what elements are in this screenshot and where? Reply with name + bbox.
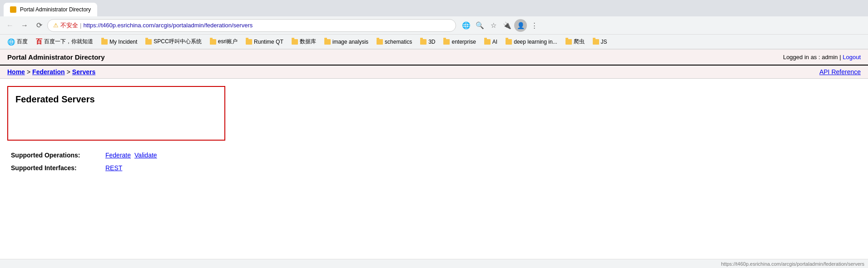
breadcrumb-servers[interactable]: Servers: [72, 68, 95, 76]
supported-interfaces-row: Supported Interfaces: REST: [11, 164, 857, 172]
bookmark-label-7: image analysis: [332, 39, 368, 45]
forward-button[interactable]: →: [18, 19, 31, 32]
globe-icon: 🌐: [7, 38, 15, 46]
baidu-icon: 百: [36, 38, 42, 46]
bookmark-crawler[interactable]: 爬虫: [562, 36, 588, 47]
bookmark-label-0: 百度: [17, 38, 28, 46]
bookmark-label-11: AI: [492, 39, 497, 45]
main-content: Federated Servers: [0, 79, 868, 148]
bookmark-3d[interactable]: 3D: [417, 37, 439, 46]
bookmark-label-6: 数据库: [300, 38, 316, 46]
address-url: https://t460p.esrichina.com/arcgis/porta…: [83, 22, 253, 29]
bookmark-label-8: schematics: [385, 39, 412, 45]
supported-operations-row: Supported Operations: Federate Validate: [11, 152, 857, 159]
bookmark-label-13: 爬虫: [574, 38, 585, 46]
insecure-label: 不安全: [60, 21, 78, 30]
bookmark-baidu-globe[interactable]: 🌐 百度: [4, 36, 31, 47]
api-reference-link[interactable]: API Reference: [819, 68, 861, 76]
folder-icon-11: [484, 39, 491, 45]
reload-button[interactable]: ⟳: [33, 19, 45, 32]
supported-interfaces-label: Supported Interfaces:: [11, 164, 102, 172]
status-bar: https://t460p.esrichina.com/arcgis/porta…: [0, 259, 868, 268]
bookmark-label-14: JS: [601, 39, 607, 45]
folder-icon-5: [246, 39, 252, 45]
header-right: Logged in as : admin | Logout: [783, 54, 861, 61]
nav-icons: 🌐 🔍 ☆ 🔌 👤 ⋮: [460, 19, 541, 32]
bookmark-deep-learning[interactable]: deep learning in...: [502, 37, 560, 46]
bookmark-label-3: SPCC呼叫中心系统: [154, 38, 201, 46]
bookmark-spcc[interactable]: SPCC呼叫中心系统: [142, 36, 205, 47]
breadcrumb-bar: Home > Federation > Servers API Referenc…: [0, 66, 868, 79]
translate-button[interactable]: 🌐: [460, 19, 472, 32]
logged-in-label: Logged in as : admin: [783, 54, 838, 61]
breadcrumb-sep-1: >: [27, 68, 30, 76]
breadcrumb-home[interactable]: Home: [7, 68, 25, 76]
bookmark-runtime-qt[interactable]: Runtime QT: [242, 37, 287, 46]
status-url: https://t460p.esrichina.com/arcgis/porta…: [721, 261, 865, 267]
folder-icon-12: [506, 39, 512, 45]
tab-favicon: [10, 6, 16, 13]
folder-icon-9: [420, 39, 427, 45]
bookmark-enterprise[interactable]: enterprise: [440, 37, 479, 46]
logout-link[interactable]: Logout: [843, 54, 861, 61]
bookmark-image-analysis[interactable]: image analysis: [321, 37, 372, 46]
federate-link[interactable]: Federate: [105, 152, 131, 159]
search-button[interactable]: 🔍: [473, 19, 486, 32]
bookmark-label-9: 3D: [428, 39, 435, 45]
active-tab[interactable]: Portal Administrator Directory: [4, 3, 97, 16]
folder-icon-14: [593, 39, 599, 45]
folder-icon-3: [145, 39, 152, 45]
bookmark-label-12: deep learning in...: [514, 39, 557, 45]
bookmarks-bar: 🌐 百度 百 百度一下，你就知道 My Incident SPCC呼叫中心系统 …: [0, 35, 868, 49]
bookmark-label-2: My Incident: [109, 39, 137, 45]
bookmark-label-10: enterprise: [451, 39, 476, 45]
folder-icon-2: [101, 39, 108, 45]
menu-button[interactable]: ⋮: [528, 19, 541, 32]
breadcrumb: Home > Federation > Servers: [7, 68, 95, 76]
portal-header: Portal Administrator Directory Logged in…: [0, 50, 868, 66]
bookmark-database[interactable]: 数据库: [288, 36, 320, 47]
page-title: Federated Servers: [15, 94, 217, 105]
folder-icon-6: [292, 39, 298, 45]
folder-icon-10: [443, 39, 450, 45]
bookmark-label-1: 百度一下，你就知道: [44, 38, 93, 46]
warning-icon: ⚠: [53, 22, 59, 29]
bookmark-baiduyixia[interactable]: 百 百度一下，你就知道: [32, 36, 97, 47]
bookmark-js[interactable]: JS: [589, 37, 611, 46]
federated-servers-box: Federated Servers: [7, 86, 225, 141]
bookmark-my-incident[interactable]: My Incident: [98, 37, 141, 46]
folder-icon-13: [565, 39, 572, 45]
tab-title: Portal Administrator Directory: [20, 6, 91, 13]
rest-link[interactable]: REST: [105, 164, 122, 172]
breadcrumb-federation[interactable]: Federation: [32, 68, 65, 76]
operations-section: Supported Operations: Federate Validate …: [0, 148, 868, 181]
validate-link[interactable]: Validate: [134, 152, 157, 159]
address-bar[interactable]: ⚠ 不安全 | https://t460p.esrichina.com/arcg…: [47, 19, 456, 32]
folder-icon-4: [210, 39, 216, 45]
folder-icon-8: [377, 39, 383, 45]
bookmark-star-button[interactable]: ☆: [487, 19, 500, 32]
bookmark-label-5: Runtime QT: [254, 39, 283, 45]
supported-operations-label: Supported Operations:: [11, 152, 102, 159]
folder-icon-7: [324, 39, 331, 45]
page-content: Portal Administrator Directory Logged in…: [0, 50, 868, 268]
tab-bar: Portal Administrator Directory: [0, 0, 868, 16]
portal-title: Portal Administrator Directory: [7, 53, 105, 61]
bookmark-ai[interactable]: AI: [481, 37, 501, 46]
nav-bar: ← → ⟳ ⚠ 不安全 | https://t460p.esrichina.co…: [0, 16, 868, 35]
back-button[interactable]: ←: [4, 19, 16, 32]
breadcrumb-sep-2: >: [67, 68, 70, 76]
browser-chrome: Portal Administrator Directory ← → ⟳ ⚠ 不…: [0, 0, 868, 50]
bookmark-schematics[interactable]: schematics: [373, 37, 416, 46]
extensions-button[interactable]: 🔌: [501, 19, 513, 32]
profile-avatar[interactable]: 👤: [514, 19, 527, 32]
bookmark-label-4: esri账户: [218, 38, 238, 46]
address-separator: |: [80, 22, 81, 29]
bookmark-esri[interactable]: esri账户: [206, 36, 241, 47]
